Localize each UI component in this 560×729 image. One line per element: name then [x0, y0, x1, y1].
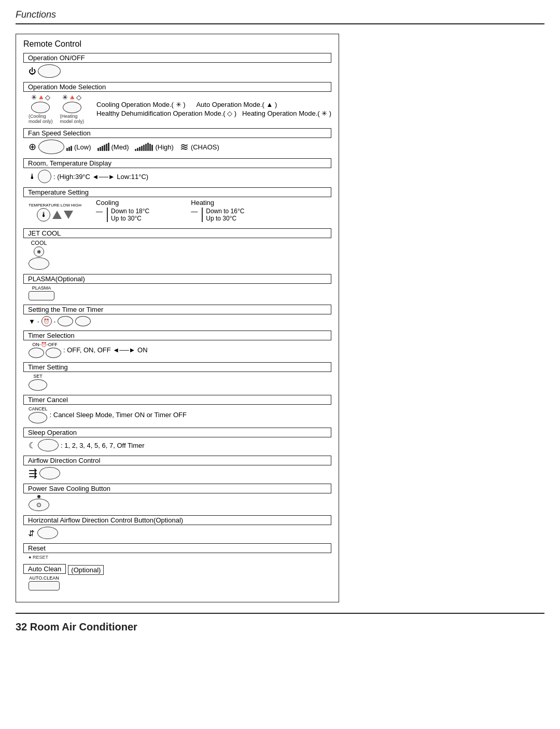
fan-speed-icons: ⊕ (Low) (Med): [29, 140, 331, 154]
operation-on-off-label: Operation ON/OFF: [23, 53, 331, 63]
cooling-up-text: Up to 30°C: [111, 215, 149, 222]
cooling-range-block: — Down to 18°C Up to 30°C: [96, 208, 149, 222]
airflow-oval-icon: [39, 467, 60, 479]
timer-setting-content: SET: [29, 374, 331, 391]
clock-icon: ⏰: [41, 316, 52, 326]
cooling-col-label: Cooling: [96, 199, 149, 207]
on-off-icon-group: ON-⏰-OFF: [29, 342, 61, 358]
temp-thermometer-icon: 🌡: [37, 208, 50, 222]
airflow-direction-content: ⇶: [29, 467, 331, 479]
power-save-content: ⊙: [29, 495, 331, 511]
cancel-icon-group: CANCEL: [29, 406, 48, 423]
cooling-heating-ranges: Cooling — Down to 18°C Up to 30°C Heatin…: [96, 199, 244, 222]
fan-med-bars: [97, 143, 109, 151]
temp-down-triangle-icon: [64, 211, 73, 219]
timer-setting-label: Timer Setting: [23, 362, 331, 372]
cooling-model-label: (Coolingmodel only): [29, 114, 53, 124]
set-time-timer-content: ▼ - ⏰ -: [29, 316, 331, 326]
fan-low-bars: [66, 143, 72, 151]
fan-low-label: (Low): [74, 143, 91, 151]
room-temp-content: 🌡 : (High:39°C ◄──► Low:11°C): [29, 170, 331, 183]
temperature-label: TEMPERATURE: [29, 203, 60, 208]
horiz-airflow-symbol-icon: ⇆: [27, 530, 37, 537]
set-icon-group: SET: [29, 374, 47, 391]
temp-icon-group: TEMPERATURE LOW HIGH 🌡: [29, 203, 81, 222]
timer-cancel-content: CANCEL : Cancel Sleep Mode, Timer ON or …: [29, 406, 331, 423]
plasma-icon-group: PLASMA: [29, 285, 54, 300]
section-set-time-timer: Setting the Time or Timer ▼ - ⏰ -: [23, 305, 331, 329]
jet-cool-label: JET COOL: [23, 228, 331, 238]
sleep-operation-content: ☾ : 1, 2, 3, 4, 5, 6, 7, Off Timer: [29, 439, 331, 451]
set-time-timer-label: Setting the Time or Timer: [23, 305, 331, 314]
cooling-model-icon: ✳🔺◇ (Coolingmodel only): [29, 93, 53, 124]
remote-control-title: Remote Control: [23, 39, 331, 49]
operation-mode-icons: ✳🔺◇ (Coolingmodel only) ✳🔺◇ (Heatingmode…: [29, 93, 331, 124]
fan-high-bars: [135, 143, 153, 151]
jet-cool-content: COOL ❅: [29, 240, 331, 270]
plasma-label: PLASMA(Optional): [23, 274, 331, 284]
timer-oval2-icon: [46, 348, 61, 358]
heating-col: Heating — Down to 16°C Up to 30°C: [191, 199, 244, 222]
jet-cool-oval-icon: [29, 257, 49, 270]
temp-icons-row: 🌡: [37, 208, 73, 222]
heating-range-block: — Down to 16°C Up to 30°C: [191, 208, 244, 222]
timer-oval1-icon: [29, 348, 44, 358]
cancel-text-label: CANCEL: [29, 406, 48, 411]
section-plasma: PLASMA(Optional) PLASMA: [23, 274, 331, 304]
room-temp-circle-icon: [38, 170, 51, 183]
cooling-oval-icon: [31, 102, 50, 113]
set-time-oval2-icon: [75, 316, 91, 326]
auto-clean-label-row: Auto Clean (Optional): [23, 564, 331, 575]
cooling-col: Cooling — Down to 18°C Up to 30°C: [96, 199, 149, 222]
heating-range: Down to 16°C Up to 30°C: [202, 208, 244, 222]
on-off-top-label: ON-⏰-OFF: [32, 342, 58, 347]
heating-col-label: Heating: [191, 199, 244, 207]
power-save-dot-icon: [37, 495, 40, 498]
room-temp-text: : (High:39°C ◄──► Low:11°C): [53, 173, 148, 181]
heating-model-label: (Heatingmodel only): [60, 114, 85, 124]
power-save-label: Power Save Cooling Button: [23, 484, 331, 493]
section-timer-setting: Timer Setting SET: [23, 362, 331, 394]
fan-high-label: (High): [155, 143, 173, 151]
horiz-airflow-content: ⇆: [29, 527, 331, 539]
section-timer-cancel: Timer Cancel CANCEL : Cancel Sleep Mode,…: [23, 395, 331, 427]
cooling-range: Down to 18°C Up to 30°C: [107, 208, 149, 222]
timer-selection-label: Timer Selection: [23, 331, 331, 340]
section-fan-speed: Fan Speed Selection ⊕ (Low): [23, 128, 331, 157]
fan-oval-icon: [38, 140, 64, 154]
fan-speed-label: Fan Speed Selection: [23, 128, 331, 138]
section-timer-selection: Timer Selection ON-⏰-OFF : OFF, ON, OFF …: [23, 331, 331, 361]
remote-control-box: Remote Control Operation ON/OFF ⏻ Operat…: [16, 34, 339, 602]
chaos-icon: ≋: [180, 141, 189, 153]
auto-clean-text-label: AUTO.CLEAN: [29, 575, 59, 581]
plasma-rect-icon: [29, 291, 54, 300]
temp-icon-labels: TEMPERATURE LOW HIGH: [29, 203, 81, 208]
timer-ovals: [29, 348, 61, 358]
room-temp-label: Room, Temperature Display: [23, 158, 331, 168]
minus-icon: -: [37, 318, 39, 324]
temp-setting-content: TEMPERATURE LOW HIGH 🌡 Cooling: [29, 199, 331, 225]
heating-up-text: Up to 30°C: [206, 215, 244, 222]
section-reset: Reset ● RESET: [23, 543, 331, 563]
fan-med-label: (Med): [111, 143, 129, 151]
power-save-oval-icon: ⊙: [29, 499, 49, 511]
mode-descriptions: Cooling Operation Mode.( ✳ ) Auto Operat…: [96, 101, 331, 117]
section-operation-on-off: Operation ON/OFF ⏻: [23, 53, 331, 81]
temp-up-triangle-icon: [52, 211, 62, 219]
page-header: Functions: [0, 0, 560, 23]
fan-symbol-icon: ⊕: [29, 141, 36, 153]
section-room-temp: Room, Temperature Display 🌡 : (High:39°C…: [23, 158, 331, 186]
low-label: LOW: [61, 203, 70, 208]
sleep-operation-label: Sleep Operation: [23, 428, 331, 437]
section-jet-cool: JET COOL COOL ❅: [23, 228, 331, 273]
timer-cancel-oval-icon: [29, 412, 47, 423]
page-footer: 32 Room Air Conditioner: [0, 614, 560, 640]
main-content: Remote Control Operation ON/OFF ⏻ Operat…: [0, 24, 560, 613]
reset-label: Reset: [23, 543, 331, 553]
section-horiz-airflow: Horizontal Airflow Direction Control But…: [23, 515, 331, 542]
airflow-symbol-icon: ⇶: [29, 467, 37, 479]
heating-model-icon: ✳🔺◇ (Heatingmodel only): [60, 93, 85, 124]
auto-clean-optional-tag: (Optional): [68, 565, 104, 575]
minus-icon2: -: [54, 318, 56, 324]
high-label: HIGH: [71, 203, 81, 208]
